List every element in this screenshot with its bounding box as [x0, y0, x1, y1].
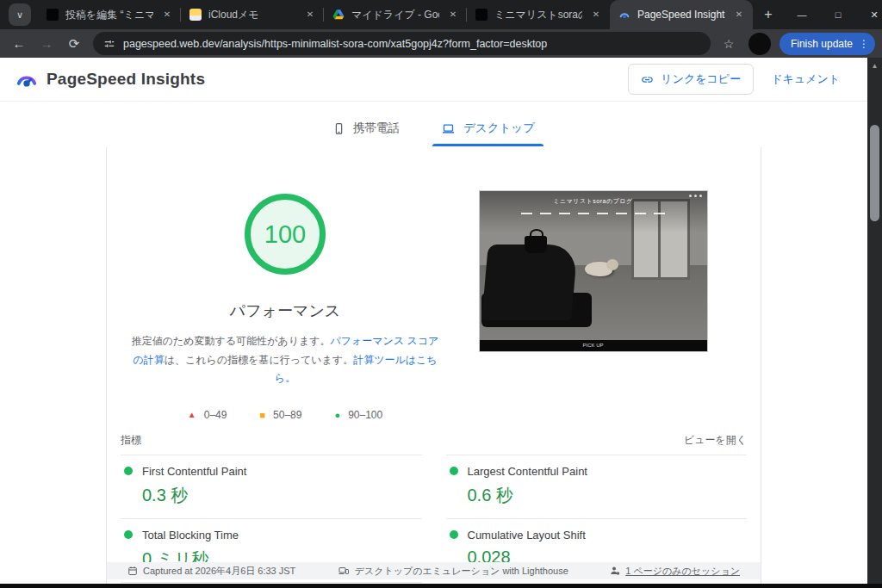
scroll-up-arrow-icon[interactable]: ▲: [867, 58, 882, 70]
header-actions: リンクをコピー ドキュメント: [628, 64, 852, 95]
link-icon: [641, 73, 654, 86]
legend-fail-range: 0–49: [204, 409, 227, 421]
address-bar[interactable]: pagespeed.web.dev/analysis/https-minimal…: [93, 32, 711, 55]
open-view-link[interactable]: ビューを開く: [684, 433, 747, 448]
tab-close-icon[interactable]: ✕: [589, 8, 603, 22]
page-screenshot-thumbnail: ミニマリストsoraのブログ PICK UP: [479, 190, 708, 352]
browser-toolbar: ← → ⟳ pagespeed.web.dev/analysis/https-m…: [0, 29, 882, 58]
pass-dot-icon: [450, 530, 458, 539]
tab-close-icon[interactable]: ✕: [732, 8, 746, 22]
browser-tab-1[interactable]: 投稿を編集 “ミニマリストso ✕: [38, 0, 181, 29]
metric-label: Total Blocking Time: [142, 529, 239, 542]
tab-title: ミニマリストsoraのブログ: [494, 8, 582, 22]
site-info-icon[interactable]: [103, 38, 115, 50]
report-footer: Captured at 2026年4月6日 6:33 JST デスクトップのエミ…: [107, 562, 761, 579]
bottom-edge-bar: [0, 584, 882, 588]
average-square-icon: ■: [259, 410, 265, 420]
phone-icon: [332, 122, 345, 135]
maximize-button[interactable]: □: [820, 0, 856, 29]
calendar-icon: [127, 566, 138, 576]
device-tabs: 携帯電話 デスクトップ: [0, 112, 867, 145]
tab-desktop[interactable]: デスクトップ: [427, 112, 549, 145]
icloud-notes-favicon: [189, 9, 202, 21]
psi-header: PageSpeed Insights リンクをコピー ドキュメント: [0, 58, 867, 102]
browser-tab-4[interactable]: ミニマリストsoraのブログ ✕: [467, 0, 610, 29]
google-drive-favicon: [332, 9, 345, 21]
session-link[interactable]: 1 ページのみのセッション: [625, 565, 740, 578]
new-tab-button[interactable]: +: [756, 3, 780, 27]
metric-label: Largest Contentful Paint: [468, 465, 587, 478]
page-scrollbar[interactable]: ▲: [867, 58, 882, 584]
screenshot-bag: [525, 236, 547, 253]
browser-tab-strip: ∨ 投稿を編集 “ミニマリストso ✕ iCloudメモ ✕ マイドライブ - …: [0, 0, 882, 29]
forward-button[interactable]: →: [34, 32, 59, 56]
metric-label: Cumulative Layout Shift: [468, 529, 586, 542]
metric-largest-contentful-paint: Largest Contentful Paint 0.6 秒: [446, 455, 748, 518]
metric-label: First Contentful Paint: [142, 465, 246, 478]
tab-close-icon[interactable]: ✕: [303, 8, 317, 22]
legend-pass-range: 90–100: [348, 409, 382, 421]
site-favicon: [47, 9, 59, 21]
score-disclaimer: 推定値のため変動する可能性があります。パフォーマンス スコアの計算は、これらの指…: [131, 332, 439, 388]
report-card: 100 パフォーマンス 推定値のため変動する可能性があります。パフォーマンス ス…: [106, 147, 761, 584]
legend-average-range: 50–89: [273, 409, 301, 421]
performance-category-title: パフォーマンス: [126, 300, 444, 321]
tab-mobile[interactable]: 携帯電話: [319, 112, 413, 145]
captured-at: Captured at 2026年4月6日 6:33 JST: [127, 565, 295, 578]
captured-at-text: Captured at 2026年4月6日 6:33 JST: [143, 565, 295, 578]
site-favicon: [475, 9, 488, 21]
person-icon: [610, 566, 620, 576]
window-close-button[interactable]: ✕: [856, 0, 882, 29]
pass-circle-icon: ●: [334, 410, 340, 420]
window-controls: — □ ✕: [784, 0, 882, 29]
laptop-icon: [441, 122, 456, 135]
screenshot-bottom-bar: PICK UP: [480, 340, 707, 351]
copy-link-label: リンクをコピー: [661, 71, 741, 87]
tab-title: 投稿を編集 “ミニマリストso: [65, 8, 153, 22]
more-menu-icon[interactable]: ⋮: [859, 38, 869, 50]
report-summary: 100 パフォーマンス 推定値のため変動する可能性があります。パフォーマンス ス…: [107, 147, 761, 421]
performance-score-gauge[interactable]: 100: [245, 194, 326, 275]
bookmark-star-icon[interactable]: ☆: [717, 37, 740, 51]
pass-dot-icon: [124, 467, 133, 475]
back-button[interactable]: ←: [7, 32, 31, 56]
score-legend: ▲ 0–49 ■ 50–89 ● 90–100: [126, 409, 444, 421]
browser-tab-2[interactable]: iCloudメモ ✕: [181, 0, 324, 29]
tab-desktop-label: デスクトップ: [463, 121, 535, 136]
legend-fail: ▲ 0–49: [188, 409, 227, 421]
browser-tab-3[interactable]: マイドライブ - Google ドライ ✕: [324, 0, 467, 29]
disclaimer-text: は、これらの指標を基に行っています。: [165, 354, 353, 366]
pass-dot-icon: [450, 467, 458, 475]
metric-value: 0.3 秒: [142, 484, 422, 507]
devices-icon: [338, 566, 350, 576]
tab-title: iCloudメモ: [208, 8, 296, 22]
screenshot-sofa: [481, 244, 578, 320]
tab-search-button[interactable]: ∨: [9, 3, 31, 26]
tab-close-icon[interactable]: ✕: [160, 8, 174, 22]
documentation-link[interactable]: ドキュメント: [771, 71, 840, 87]
tab-close-icon[interactable]: ✕: [446, 8, 460, 22]
profile-avatar[interactable]: [748, 33, 771, 55]
finish-update-button[interactable]: Finish update ⋮: [780, 33, 875, 55]
pass-dot-icon: [124, 530, 133, 539]
copy-link-button[interactable]: リンクをコピー: [628, 64, 754, 95]
scrollbar-thumb[interactable]: [870, 125, 879, 221]
pagespeed-favicon: [618, 9, 630, 21]
pagespeed-logo-icon: [16, 68, 38, 90]
screenshot-dog: [585, 262, 612, 276]
metric-first-contentful-paint: First Contentful Paint 0.3 秒: [121, 455, 422, 518]
browser-tab-active-pagespeed[interactable]: PageSpeed Insights ✕: [610, 0, 753, 29]
screenshot-column: ミニマリストsoraのブログ PICK UP: [444, 185, 742, 421]
legend-pass: ● 90–100: [334, 409, 382, 421]
screenshot-site-title: ミニマリストsoraのブログ: [480, 197, 707, 206]
fail-triangle-icon: ▲: [188, 410, 196, 419]
score-column: 100 パフォーマンス 推定値のため変動する可能性があります。パフォーマンス ス…: [126, 185, 444, 421]
performance-score-value: 100: [264, 220, 306, 249]
metric-value: 0.6 秒: [468, 484, 748, 507]
reload-button[interactable]: ⟳: [62, 32, 86, 56]
tab-title: マイドライブ - Google ドライ: [351, 8, 439, 22]
emulation-info: デスクトップのエミュレーション with Lighthouse: [338, 565, 568, 578]
metrics-header-label: 指標: [121, 433, 141, 448]
screenshot-nav-links: [480, 213, 707, 214]
minimize-button[interactable]: —: [784, 0, 820, 29]
